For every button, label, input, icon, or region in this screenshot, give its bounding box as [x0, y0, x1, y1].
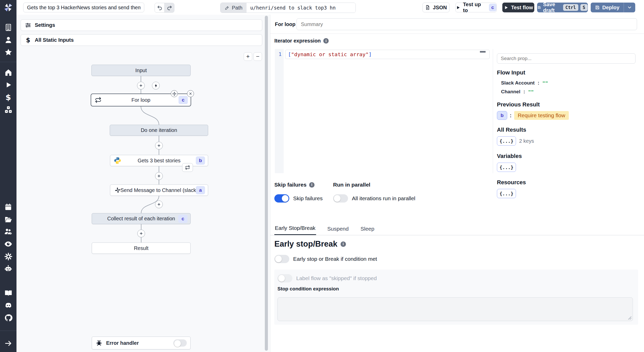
run-in-parallel-toggle[interactable] — [333, 194, 348, 203]
book-icon — [4, 289, 13, 297]
sidebar-expand-button[interactable] — [0, 337, 16, 349]
repeat-icon — [185, 165, 190, 170]
node-result[interactable]: Result — [92, 242, 191, 254]
undo-button[interactable] — [155, 3, 164, 12]
canvas-scrollbar[interactable] — [265, 16, 268, 351]
deploy-button[interactable]: Deploy — [591, 3, 624, 12]
sidebar-item-settings[interactable] — [0, 250, 16, 263]
windmill-logo[interactable] — [0, 0, 16, 14]
deploy-dropdown-button[interactable] — [624, 3, 635, 12]
save-draft-button[interactable]: Save draft Ctrl S — [537, 3, 588, 12]
sidebar-item-runs[interactable] — [0, 79, 16, 91]
error-handler-toggle[interactable] — [173, 339, 187, 347]
summary-input[interactable] — [296, 18, 637, 30]
run-in-parallel-heading: Run in parallel — [333, 182, 370, 188]
flow-canvas[interactable]: Settings $ All Static Inputs + − Input — [16, 15, 269, 352]
flow-input-row[interactable]: Channel : "" — [501, 89, 637, 95]
dollar-icon: $ — [5, 93, 11, 102]
tab-early-stop-break[interactable]: Early Stop/Break — [274, 225, 316, 235]
sidebar-item-variables[interactable]: $ — [0, 91, 16, 103]
early-stop-toggle[interactable] — [274, 255, 289, 263]
arrow-right-icon — [4, 339, 13, 348]
resources-object-chip[interactable]: {...} — [497, 189, 516, 198]
sidebar-item-home[interactable] — [0, 66, 16, 79]
sidebar-item-workers[interactable] — [0, 263, 16, 275]
restart-iteration-button[interactable] — [182, 163, 193, 172]
variables-object-chip[interactable]: {...} — [497, 163, 516, 172]
sidebar-item-workspace[interactable] — [0, 21, 16, 33]
sidebar-item-schedules[interactable] — [0, 201, 16, 213]
json-button[interactable]: JSON — [422, 3, 450, 12]
sidebar-item-github[interactable] — [0, 312, 16, 324]
discord-icon — [4, 301, 13, 310]
info-icon[interactable] — [323, 38, 329, 44]
gear-icon — [4, 252, 13, 261]
resources-heading: Resources — [497, 179, 637, 186]
all-results-object-chip[interactable]: {...} — [497, 136, 516, 146]
step-id-badge: c — [178, 215, 188, 223]
sidebar-item-user[interactable] — [0, 33, 16, 46]
resize-handle-icon[interactable] — [628, 316, 632, 320]
skip-failures-heading: Skip failures — [274, 182, 307, 188]
sidebar-item-groups[interactable] — [0, 225, 16, 238]
skip-failures-toggle[interactable] — [274, 194, 289, 203]
previous-step-badge[interactable]: b — [497, 111, 507, 120]
python-icon — [114, 157, 121, 164]
node-collect-result[interactable]: Collect result of each iteration c — [92, 213, 191, 224]
add-step-button[interactable] — [155, 200, 163, 208]
node-send-message-slack[interactable]: Send Message to Channel (slack) a — [110, 185, 208, 196]
pencil-icon — [225, 5, 230, 10]
windmill-logo-icon — [3, 2, 13, 12]
robot-icon — [4, 264, 13, 273]
flow-input-row[interactable]: Slack Account : "" — [501, 80, 637, 86]
stop-condition-label: Stop condition expression — [274, 282, 638, 292]
plus-icon — [157, 174, 161, 178]
node-gets-3-best-stories[interactable]: Gets 3 best stories b — [110, 155, 208, 166]
editor-minimap-slider[interactable] — [480, 51, 486, 53]
sidebar-item-discord[interactable] — [0, 299, 16, 312]
test-flow-button[interactable]: Test flow — [502, 3, 534, 12]
home-icon — [4, 68, 13, 77]
tab-sleep[interactable]: Sleep — [360, 226, 375, 235]
iterator-expression-editor[interactable]: 1 ["dynamic or static array"] — [275, 49, 491, 173]
test-up-to-button[interactable]: Test up to c — [455, 3, 497, 12]
sidebar-item-resources[interactable] — [0, 103, 16, 116]
sidebar-item-folders[interactable] — [0, 213, 16, 225]
add-trigger-button[interactable] — [152, 82, 160, 89]
tab-suspend[interactable]: Suspend — [327, 226, 349, 235]
test-up-to-step-badge: c — [489, 4, 496, 11]
node-do-one-iteration[interactable]: Do one iteration — [110, 125, 208, 136]
sidebar-item-audit-logs[interactable] — [0, 238, 16, 250]
step-id-badge: b — [196, 156, 205, 165]
calendar-icon — [4, 203, 12, 211]
info-icon[interactable] — [309, 182, 315, 188]
path-label[interactable]: Path — [221, 3, 247, 13]
editor-string-token: "dynamic or static array" — [291, 51, 369, 57]
users-gear-icon — [4, 227, 13, 236]
add-step-button[interactable] — [137, 230, 145, 237]
move-step-button[interactable] — [171, 90, 178, 97]
add-step-button[interactable] — [155, 142, 163, 149]
path-input[interactable] — [247, 3, 355, 13]
iterator-expression-label: Iterator expression — [274, 38, 321, 44]
add-step-button[interactable] — [155, 172, 163, 180]
info-icon[interactable] — [341, 241, 346, 247]
editor-current-line[interactable]: ["dynamic or static array"] — [285, 50, 490, 59]
early-stop-heading: Early stop/Break — [274, 239, 337, 249]
building-icon — [4, 23, 13, 32]
delete-step-button[interactable] — [187, 90, 194, 97]
redo-button[interactable] — [164, 3, 174, 12]
node-error-handler[interactable]: Error handler — [92, 337, 191, 349]
flow-title-input[interactable] — [23, 3, 144, 12]
search-prop-input[interactable] — [497, 53, 635, 64]
repeat-icon — [95, 97, 101, 103]
sidebar-item-docs[interactable] — [0, 287, 16, 299]
file-json-icon — [425, 5, 430, 10]
kbd-ctrl: Ctrl — [563, 4, 578, 11]
plus-icon — [157, 202, 161, 207]
stop-condition-textarea[interactable] — [277, 297, 633, 321]
add-step-button[interactable] — [137, 82, 145, 89]
node-input[interactable]: Input — [91, 65, 191, 76]
label-skipped-toggle[interactable] — [277, 274, 292, 282]
sidebar-item-favorites[interactable] — [0, 46, 16, 58]
